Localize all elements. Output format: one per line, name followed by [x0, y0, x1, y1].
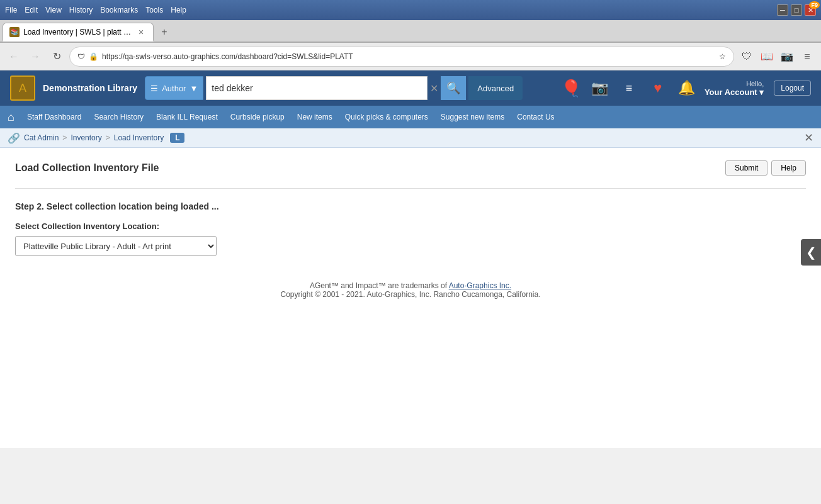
nav-quick-picks[interactable]: Quick picks & computers	[339, 108, 434, 126]
menu-file[interactable]: File	[5, 6, 17, 14]
nav-contact[interactable]: Contact Us	[511, 108, 560, 126]
search-type-label: Author	[162, 84, 186, 93]
trademark-text: AGent™ and Impact™ are trademarks of Aut…	[15, 281, 806, 290]
help-button[interactable]: Help	[771, 160, 806, 176]
active-tab[interactable]: 📚 Load Inventory | SWLS | platt | A... ×	[3, 23, 154, 42]
field-label: Select Collection Inventory Location:	[15, 221, 806, 231]
chevron-down-icon: ▼	[190, 84, 198, 93]
bookmark-icon[interactable]: ☆	[719, 52, 726, 61]
search-input[interactable]	[212, 83, 422, 93]
new-tab-button[interactable]: +	[156, 24, 173, 40]
sidebar-toggle-button[interactable]: ❮	[801, 239, 821, 266]
menu-icon[interactable]: ≡	[798, 48, 816, 65]
submit-button[interactable]: Submit	[725, 160, 767, 176]
page-footer: AGent™ and Impact™ are trademarks of Aut…	[15, 281, 806, 311]
screenshot-icon[interactable]: 📷	[778, 48, 796, 65]
forward-button[interactable]: →	[26, 48, 44, 65]
page-actions: Submit Help	[725, 160, 806, 176]
nav-links: Staff Dashboard Search History Blank ILL…	[21, 108, 561, 126]
search-go-button[interactable]: 🔍	[441, 76, 466, 100]
maximize-button[interactable]: □	[791, 4, 802, 16]
back-button[interactable]: ←	[5, 48, 23, 65]
account-section[interactable]: Hello, Your Account ▾	[705, 80, 764, 97]
f9-badge: F9	[809, 1, 820, 9]
nav-curbside[interactable]: Curbside pickup	[224, 108, 291, 126]
breadcrumb-badge: L	[170, 133, 184, 143]
search-input-wrap	[206, 76, 427, 100]
favorites-icon[interactable]: ♥ F9	[647, 77, 669, 99]
breadcrumb-cat-admin[interactable]: Cat Admin	[24, 133, 59, 142]
nav-new-items[interactable]: New items	[291, 108, 339, 126]
balloon-icon[interactable]: 🎈	[560, 77, 582, 99]
nav-staff-dashboard[interactable]: Staff Dashboard	[21, 108, 88, 126]
account-chevron: ▾	[759, 87, 764, 97]
breadcrumb-sep-2: >	[106, 133, 110, 142]
browser-addressbar: ← → ↻ 🛡 🔒 https://qa-swls-verso.auto-gra…	[0, 43, 821, 70]
breadcrumb-inventory[interactable]: Inventory	[71, 133, 101, 142]
bell-glyph: 🔔	[678, 80, 695, 96]
camera-glyph: 📷	[591, 80, 608, 96]
tab-title: Load Inventory | SWLS | platt | A...	[23, 28, 132, 36]
library-logo-icon: A	[10, 76, 35, 101]
your-account-label: Your Account ▾	[705, 87, 764, 97]
menu-history[interactable]: History	[69, 6, 93, 14]
nav-blank-ill[interactable]: Blank ILL Request	[150, 108, 224, 126]
breadcrumb-link-icon: 🔗	[8, 132, 20, 144]
logo-letter: A	[19, 82, 26, 95]
reader-mode-icon[interactable]: 📖	[758, 48, 776, 65]
page-header-row: Load Collection Inventory File Submit He…	[15, 160, 806, 176]
library-name: Demonstration Library	[43, 83, 137, 93]
search-bar: ☰ Author ▼ ✕ 🔍 Advanced	[145, 76, 523, 100]
toolbar-right: 🛡 📖 📷 ≡	[738, 48, 816, 65]
address-box[interactable]: 🛡 🔒 https://qa-swls-verso.auto-graphics.…	[69, 47, 734, 67]
breadcrumb-close-button[interactable]: ✕	[804, 131, 813, 145]
breadcrumb-sep-1: >	[62, 133, 67, 142]
collection-location-select[interactable]: Platteville Public Library - Adult - Art…	[15, 236, 217, 256]
list-icon[interactable]: ≡	[618, 77, 640, 99]
navigation-bar: ⌂ Staff Dashboard Search History Blank I…	[0, 106, 821, 128]
tab-close-button[interactable]: ×	[135, 26, 147, 38]
header-right-icons: 🎈 📷 ≡ ♥ F9 🔔 Hello, Your Account ▾	[560, 77, 811, 99]
menu-bookmarks[interactable]: Bookmarks	[100, 6, 138, 14]
step-label: Step 2. Select collection location being…	[15, 201, 806, 211]
copyright-text: Copyright © 2001 - 2021. Auto-Graphics, …	[15, 290, 806, 299]
chevron-left-icon: ❮	[806, 245, 817, 260]
hello-label: Hello,	[705, 80, 764, 87]
nav-suggest[interactable]: Suggest new items	[434, 108, 511, 126]
shield-toolbar-icon[interactable]: 🛡	[738, 48, 756, 65]
search-db-icon: ☰	[150, 84, 158, 93]
search-clear-button[interactable]: ✕	[430, 82, 438, 94]
autographics-link[interactable]: Auto-Graphics Inc.	[449, 281, 511, 290]
search-type-dropdown[interactable]: ☰ Author ▼	[145, 76, 203, 100]
library-title-group: A Demonstration Library	[10, 76, 137, 101]
page-wrapper: A Demonstration Library ☰ Author ▼ ✕ 🔍 A…	[0, 70, 821, 448]
logout-button[interactable]: Logout	[774, 81, 811, 96]
camera-icon[interactable]: 📷	[589, 77, 611, 99]
browser-tabbar: 📚 Load Inventory | SWLS | platt | A... ×…	[0, 20, 821, 43]
browser-titlebar: File Edit View History Bookmarks Tools H…	[0, 0, 821, 20]
menu-help[interactable]: Help	[171, 6, 186, 14]
heart-icon: ♥	[654, 80, 662, 96]
search-icon: 🔍	[446, 81, 460, 95]
breadcrumb-load-inventory[interactable]: Load Inventory	[114, 133, 164, 142]
browser-menu: File Edit View History Bookmarks Tools H…	[5, 6, 186, 14]
breadcrumb-bar: 🔗 Cat Admin > Inventory > Load Inventory…	[0, 128, 821, 148]
library-header: A Demonstration Library ☰ Author ▼ ✕ 🔍 A…	[0, 70, 821, 106]
nav-search-history[interactable]: Search History	[88, 108, 150, 126]
list-glyph: ≡	[626, 82, 633, 95]
tab-favicon: 📚	[9, 27, 20, 37]
page-title: Load Collection Inventory File	[15, 162, 159, 174]
main-content: Load Collection Inventory File Submit He…	[0, 148, 821, 324]
menu-tools[interactable]: Tools	[145, 6, 163, 14]
minimize-button[interactable]: ─	[777, 4, 788, 16]
account-label-text: Your Account	[705, 87, 757, 97]
menu-edit[interactable]: Edit	[25, 6, 38, 14]
home-icon[interactable]: ⌂	[8, 111, 14, 124]
shield-icon: 🛡	[77, 52, 85, 61]
menu-view[interactable]: View	[45, 6, 62, 14]
url-display: https://qa-swls-verso.auto-graphics.com/…	[102, 52, 715, 61]
lock-icon: 🔒	[89, 52, 98, 61]
advanced-search-button[interactable]: Advanced	[468, 76, 523, 100]
bell-icon[interactable]: 🔔	[676, 77, 698, 99]
reload-button[interactable]: ↻	[48, 48, 65, 65]
